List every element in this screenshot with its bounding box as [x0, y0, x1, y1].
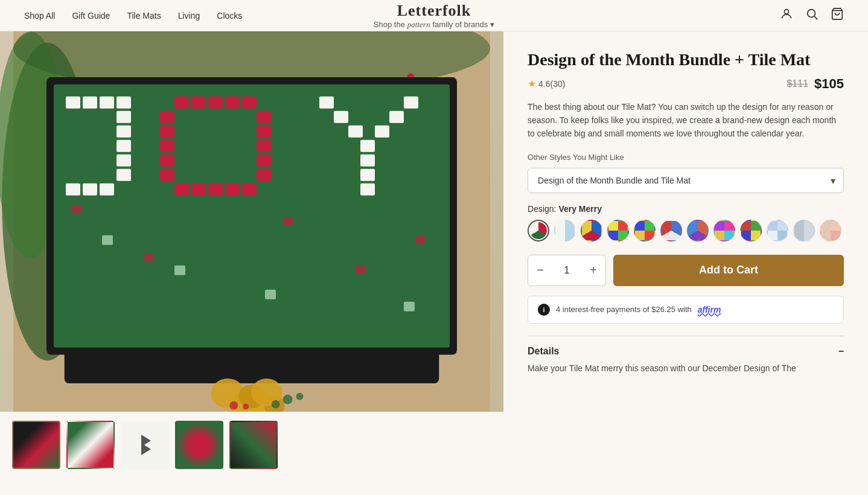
style-select-wrapper: Design of the Month Bundle and Tile Mat …	[528, 168, 844, 193]
color-swatches	[528, 220, 844, 241]
svg-rect-58	[319, 97, 334, 109]
svg-rect-34	[191, 97, 206, 109]
styles-label: Other Styles You Might Like	[528, 153, 844, 162]
design-label: Design: Very Merry	[528, 204, 844, 214]
nav-shop-all[interactable]: Shop All	[24, 11, 55, 21]
quantity-increase[interactable]: +	[581, 255, 605, 286]
swatch-7[interactable]	[687, 220, 709, 241]
swatch-6[interactable]	[660, 220, 682, 241]
rating-value: 4.6	[538, 79, 550, 89]
svg-rect-62	[348, 126, 363, 138]
svg-rect-74	[174, 266, 185, 275]
svg-rect-49	[191, 184, 206, 196]
nav-living[interactable]: Living	[178, 11, 200, 21]
svg-rect-48	[174, 184, 189, 196]
affirm-logo[interactable]: affirm	[698, 305, 721, 315]
swatch-3[interactable]	[581, 220, 602, 241]
product-title: Design of the Month Bundle + Tile Mat	[528, 50, 844, 70]
style-select[interactable]: Design of the Month Bundle and Tile Mat	[528, 168, 844, 193]
svg-rect-61	[389, 111, 404, 123]
svg-rect-55	[208, 111, 223, 123]
svg-rect-36	[225, 97, 240, 109]
svg-rect-39	[257, 111, 271, 123]
svg-rect-45	[257, 155, 271, 167]
svg-rect-65	[360, 155, 375, 167]
cart-icon[interactable]	[831, 7, 844, 24]
svg-rect-56	[225, 111, 240, 123]
svg-point-0	[784, 10, 788, 14]
thumbnail-4[interactable]	[229, 421, 278, 469]
svg-point-1	[808, 10, 815, 18]
svg-rect-68	[72, 205, 81, 214]
brand-center: Letterfolk Shop the pattern family of br…	[374, 2, 494, 30]
info-icon[interactable]: i	[538, 304, 550, 316]
nav-tile-mats[interactable]: Tile Mats	[127, 11, 161, 21]
swatch-11[interactable]	[793, 220, 815, 241]
swatch-2[interactable]	[554, 220, 576, 241]
details-header[interactable]: Details −	[528, 346, 844, 357]
svg-rect-33	[174, 97, 189, 109]
affirm-row: i 4 interest-free payments of $26.25 wit…	[528, 296, 844, 324]
svg-rect-31	[83, 184, 97, 196]
thumbnail-2[interactable]	[66, 421, 115, 469]
thumbnail-1[interactable]	[12, 421, 60, 469]
details-label: Details	[528, 346, 559, 357]
svg-rect-66	[360, 169, 375, 181]
subtitle-rest: family of brands	[432, 20, 488, 29]
svg-line-2	[814, 16, 817, 19]
svg-rect-40	[160, 126, 174, 138]
account-icon[interactable]	[780, 7, 793, 24]
swatch-very-merry[interactable]	[528, 220, 549, 241]
svg-rect-22	[83, 97, 97, 109]
nav-gift-guide[interactable]: Gift Guide	[72, 11, 110, 21]
subtitle-brand: pattern	[407, 20, 430, 30]
svg-rect-53	[174, 111, 189, 123]
svg-rect-57	[242, 111, 257, 123]
svg-rect-35	[208, 97, 223, 109]
swatch-12[interactable]	[820, 220, 841, 241]
quantity-decrease[interactable]: −	[528, 255, 552, 286]
svg-rect-71	[356, 266, 365, 274]
svg-rect-37	[242, 97, 257, 109]
review-count[interactable]: (30)	[550, 79, 566, 89]
svg-rect-24	[116, 97, 131, 109]
svg-rect-29	[116, 169, 131, 181]
svg-rect-30	[66, 184, 80, 196]
brand-title[interactable]: Letterfolk	[374, 2, 494, 20]
price-group: $111 $105	[787, 76, 844, 92]
brand-subtitle: Shop the pattern family of brands ▾	[374, 20, 494, 30]
primary-nav: Shop All Gift Guide Tile Mats Living Clo…	[24, 11, 242, 21]
details-text: Make your Tile Mat merry this season wit…	[528, 362, 844, 375]
swatch-8[interactable]	[713, 220, 735, 241]
main-product-image: /* SVG tiles rendered below */	[0, 31, 503, 412]
svg-rect-69	[144, 254, 154, 262]
svg-rect-50	[208, 184, 223, 196]
main-container: /* SVG tiles rendered below */	[0, 31, 868, 478]
svg-rect-75	[265, 290, 276, 299]
swatch-5[interactable]	[634, 220, 656, 241]
svg-rect-26	[116, 126, 131, 138]
svg-rect-28	[116, 155, 131, 167]
svg-rect-63	[375, 126, 389, 138]
swatch-9[interactable]	[740, 220, 762, 241]
chevron-down-icon: ▾	[490, 20, 494, 29]
add-to-cart-button[interactable]: Add to Cart	[613, 255, 844, 286]
svg-rect-44	[160, 155, 174, 167]
svg-rect-51	[225, 184, 240, 196]
rating-row: ★ 4.6 (30) $111 $105	[528, 76, 844, 92]
svg-rect-43	[257, 140, 271, 152]
star-rating[interactable]: ★	[528, 78, 536, 89]
svg-rect-20	[54, 85, 450, 348]
thumbnail-video[interactable]	[121, 421, 169, 469]
svg-rect-41	[257, 126, 271, 138]
thumbnail-3[interactable]	[175, 421, 223, 469]
svg-rect-21	[66, 97, 80, 109]
thumbnail-strip	[0, 412, 503, 478]
search-icon[interactable]	[805, 7, 819, 24]
nav-clocks[interactable]: Clocks	[217, 11, 242, 21]
swatch-10[interactable]	[767, 220, 788, 241]
design-name: Very Merry	[558, 204, 602, 214]
svg-rect-52	[242, 184, 257, 196]
swatch-4[interactable]	[607, 220, 629, 241]
purchase-row: − 1 + Add to Cart	[528, 255, 844, 286]
